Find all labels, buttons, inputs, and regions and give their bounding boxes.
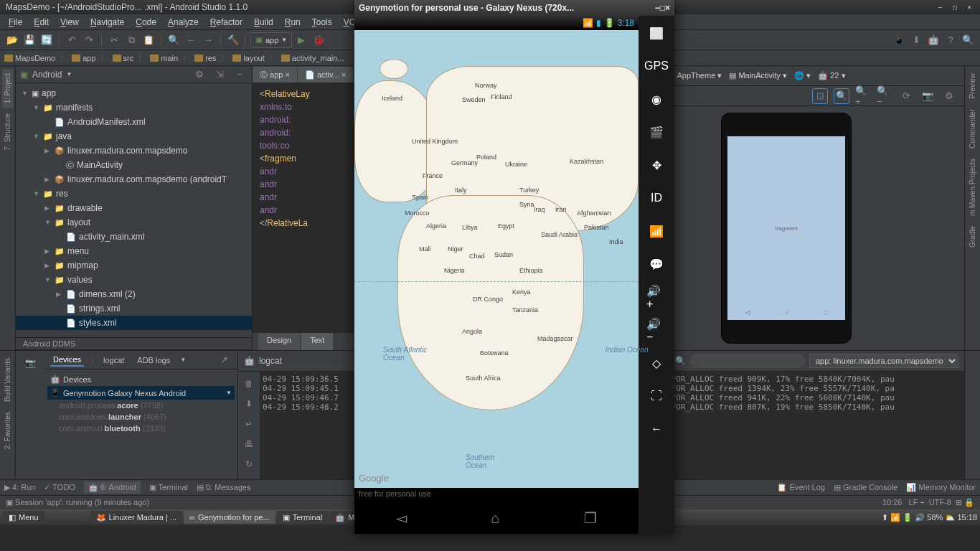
menu-edit[interactable]: Edit <box>28 16 55 29</box>
geny-tool-icon[interactable]: GPS <box>646 56 666 76</box>
project-tab[interactable]: 1: Project <box>2 69 13 108</box>
avd-icon[interactable]: 📱 <box>891 32 907 48</box>
geny-tool-icon[interactable]: ID <box>646 188 666 208</box>
emulator-screen[interactable]: 📶 ▮ 🔋 3:18 Google IcelandNorwaySwedenFin… <box>354 16 639 534</box>
breadcrumb-item[interactable]: app <box>72 54 95 62</box>
tree-node[interactable]: ▶📁 drawable <box>16 201 252 215</box>
zoom-in-icon[interactable]: 🔍+ <box>855 88 871 104</box>
geny-tool-icon[interactable]: ◇ <box>646 353 666 373</box>
app-filter-select[interactable]: app: linuxer.madura.com.mapsdemo <box>809 354 958 368</box>
redo-icon[interactable]: ↷ <box>81 32 97 48</box>
encoding[interactable]: UTF-8 <box>929 498 951 507</box>
zoom-out-icon[interactable]: 🔍− <box>877 88 892 104</box>
menu-build[interactable]: Build <box>248 16 279 29</box>
terminal-tab[interactable]: ▣ Terminal <box>149 483 188 492</box>
tree-node[interactable]: ▼📁 layout <box>16 215 252 230</box>
memory-monitor-tab[interactable]: 📊 Memory Monitor <box>906 483 976 492</box>
project-view-mode[interactable]: Android <box>32 70 62 80</box>
soft-wrap-icon[interactable]: ↵ <box>238 415 260 433</box>
back-icon[interactable]: ← <box>183 32 199 48</box>
scroll-end-icon[interactable]: ⬇ <box>238 395 260 413</box>
emulator-titlebar[interactable]: Genymotion for personal use - Galaxy Nex… <box>354 0 674 16</box>
maven-tab[interactable]: m Maven Projects <box>967 154 978 220</box>
breadcrumb-item[interactable]: res <box>194 54 216 62</box>
tree-node[interactable]: ▶📁 menu <box>16 244 252 258</box>
back-button[interactable]: ◅ <box>396 509 407 527</box>
menu-run[interactable]: Run <box>279 16 306 29</box>
tree-node[interactable]: ▶📦 linuxer.madura.com.mapsdemo (androidT <box>16 172 252 187</box>
screenshot-btn[interactable]: 📷 <box>19 354 41 372</box>
preview-tab[interactable]: Preview <box>967 69 978 103</box>
text-tab[interactable]: Text <box>301 333 333 350</box>
geny-tool-icon[interactable]: ⬜ <box>646 23 666 43</box>
commander-tab[interactable]: Commander <box>967 105 978 153</box>
paste-icon[interactable]: 📋 <box>141 32 156 48</box>
tree-node[interactable]: ▼📁 values <box>16 273 252 287</box>
devices-tab[interactable]: Devices <box>50 354 84 367</box>
device-row[interactable]: 📱Genymotion Galaxy Nexus Android▼ <box>47 386 235 400</box>
geny-tool-icon[interactable]: 💬 <box>646 254 666 274</box>
run-button[interactable]: ▶ <box>293 32 309 48</box>
task-firefox[interactable]: 🦊 Linuxer Madura | ... <box>90 511 183 524</box>
debug-button[interactable]: 🐞 <box>311 32 326 48</box>
build-variants-tab[interactable]: Build Variants <box>2 354 13 406</box>
task-terminal[interactable]: ▣ Terminal <box>277 511 329 524</box>
screenshot-icon[interactable]: 📷 <box>920 88 936 104</box>
task-genymotion[interactable]: ∞ Genymotion for pe... <box>184 511 275 524</box>
emulator-window[interactable]: Genymotion for personal use - Galaxy Nex… <box>354 0 674 534</box>
breadcrumb-item[interactable]: activity_main... <box>281 54 344 62</box>
home-button[interactable]: ⌂ <box>491 510 499 527</box>
emu-maximize[interactable]: □ <box>660 3 665 13</box>
design-tab[interactable]: Design <box>258 333 300 350</box>
menu-analyze[interactable]: Analyze <box>162 16 204 29</box>
print-icon[interactable]: 🖶 <box>238 435 260 453</box>
favorites-tab[interactable]: 2: Favorites <box>2 408 13 453</box>
api-selector[interactable]: 🤖 22 ▾ <box>818 71 845 80</box>
messages-tab[interactable]: ▤ 0: Messages <box>197 483 250 492</box>
tree-node[interactable]: ▶📦 linuxer.madura.com.mapsdemo <box>16 143 252 158</box>
gradle-console-tab[interactable]: ▤ Gradle Console <box>834 483 898 492</box>
ddms-icon[interactable]: 🤖 <box>925 32 941 48</box>
run-config-selector[interactable]: ▣app▼ <box>250 32 292 48</box>
devices-settings-icon[interactable]: ↗ <box>216 352 232 368</box>
emu-minimize[interactable]: − <box>655 3 660 13</box>
todo-tab[interactable]: ✓ TODO <box>44 483 75 492</box>
tree-node[interactable]: 📄 strings.xml <box>16 301 252 316</box>
settings-icon[interactable]: ⚙ <box>941 88 957 104</box>
zoom-fit-icon[interactable]: ⊡ <box>812 88 828 104</box>
help-icon[interactable]: ? <box>943 32 958 48</box>
copy-icon[interactable]: ⧉ <box>123 32 139 48</box>
adb-logs-tab[interactable]: ADB logs <box>134 354 173 366</box>
menu-refactor[interactable]: Refactor <box>204 16 248 29</box>
menu-view[interactable]: View <box>55 16 85 29</box>
log-search-input[interactable] <box>690 354 805 367</box>
line-separator[interactable]: LF <box>909 498 918 507</box>
tree-node[interactable]: ▼📁 manifests <box>16 100 252 115</box>
geny-tool-icon[interactable]: 🎬 <box>646 122 666 142</box>
eventlog-tab[interactable]: 📋 Event Log <box>777 483 825 492</box>
search-icon[interactable]: 🔍 <box>960 32 976 48</box>
breadcrumb-item[interactable]: MapsDemo <box>4 54 55 62</box>
gradle-tab[interactable]: Gradle <box>967 222 978 252</box>
maximize-button[interactable]: □ <box>950 2 960 12</box>
recent-button[interactable]: ❐ <box>584 509 597 527</box>
tree-node[interactable]: 📄 AndroidManifest.xml <box>16 115 252 129</box>
make-icon[interactable]: 🔨 <box>225 32 241 48</box>
menu-tools[interactable]: Tools <box>306 16 338 29</box>
tree-node[interactable]: 📄 activity_main.xml <box>16 230 252 244</box>
geny-tool-icon[interactable]: 🔊− <box>646 320 666 340</box>
editor-tab[interactable]: 📄 activ... × <box>298 67 354 83</box>
theme-selector[interactable]: ◐ AppTheme ▾ <box>668 71 722 80</box>
geny-tool-icon[interactable]: ◉ <box>646 89 666 109</box>
hide-icon[interactable]: − <box>232 67 248 83</box>
geny-tool-icon[interactable]: 📶 <box>646 221 666 241</box>
project-tree[interactable]: ▼▣ app▼📁 manifests📄 AndroidManifest.xml▼… <box>16 83 252 337</box>
minimize-button[interactable]: − <box>936 2 946 12</box>
sdk-icon[interactable]: ⬇ <box>908 32 924 48</box>
geny-tool-icon[interactable]: ← <box>646 419 666 439</box>
editor-tab[interactable]: Ⓒ app × <box>253 67 297 83</box>
process-row[interactable]: com.android.bluetooth (3333) <box>47 423 235 434</box>
close-button[interactable]: × <box>964 2 974 12</box>
forward-icon[interactable]: → <box>200 32 216 48</box>
collapse-icon[interactable]: ⇲ <box>212 67 227 83</box>
